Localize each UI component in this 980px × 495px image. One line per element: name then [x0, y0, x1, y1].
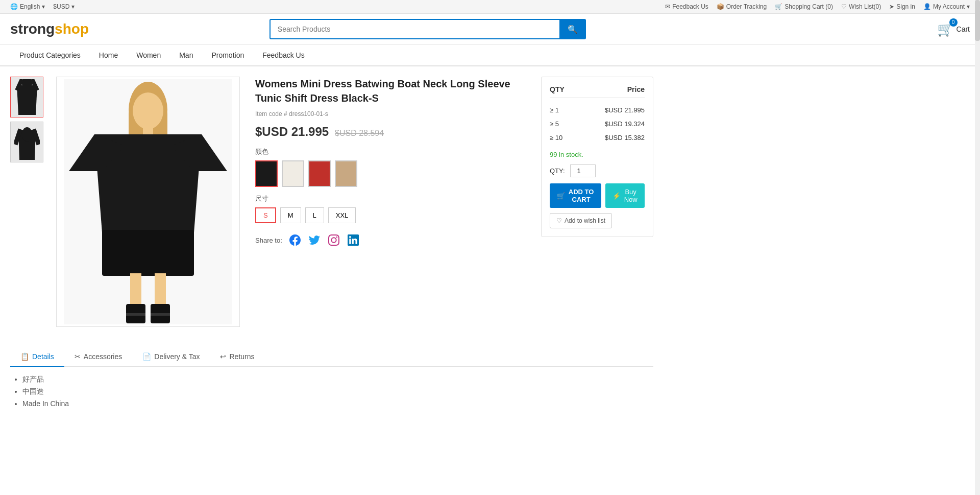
detail-item-3: Made In China	[22, 399, 653, 408]
svg-point-12	[133, 92, 163, 129]
currency-selector[interactable]: $USD ▾	[53, 3, 75, 10]
cart-area[interactable]: 🛒 0 Cart	[937, 21, 970, 37]
thumbnail-2[interactable]	[10, 122, 43, 162]
swatch-white-fill	[283, 161, 303, 186]
item-code: Item code # dress100-01-s	[255, 110, 526, 117]
signin-icon: ➤	[889, 3, 894, 10]
top-bar-right: ✉ Feedback Us 📦 Order Tracking 🛒 Shoppin…	[665, 3, 970, 10]
language-selector[interactable]: 🌐 English ▾	[10, 3, 45, 10]
wishlist-label-btn: Add to wish list	[565, 217, 605, 224]
tab-returns-label: Returns	[229, 352, 254, 361]
color-options	[255, 160, 526, 187]
tab-accessories[interactable]: ✂ Accessories	[64, 347, 132, 367]
stock-info: 99 in stock.	[550, 151, 645, 158]
search-button[interactable]: 🔍	[559, 19, 586, 39]
cart-text: Cart	[957, 25, 970, 33]
search-input[interactable]	[270, 19, 559, 39]
svg-marker-1	[17, 85, 37, 115]
account-dropdown[interactable]: 👤 My Account ▾	[923, 3, 970, 10]
header: strongshop 🔍 🛒 0 Cart	[0, 14, 980, 45]
nav-item-home[interactable]: Home	[90, 45, 127, 66]
qty-1: ≥ 1	[550, 106, 559, 114]
language-chevron: ▾	[42, 3, 45, 10]
tabs-section: 📋 Details ✂ Accessories 📄 Delivery & Tax…	[0, 337, 664, 421]
share-row: Share to:	[255, 233, 526, 247]
tab-details[interactable]: 📋 Details	[10, 347, 64, 367]
top-bar-left: 🌐 English ▾ $USD ▾	[10, 3, 75, 10]
thumbnail-1[interactable]	[10, 77, 43, 117]
svg-rect-23	[126, 313, 145, 316]
currency-chevron: ▾	[71, 3, 75, 10]
feedback-link[interactable]: ✉ Feedback Us	[665, 3, 708, 10]
original-price: $USD 28.594	[335, 129, 384, 138]
shopping-cart-link[interactable]: 🛒 Shopping Cart (0)	[775, 3, 833, 10]
size-btn-s[interactable]: S	[255, 207, 276, 223]
price-row-3: ≥ 10 $USD 15.382	[550, 131, 645, 145]
tab-details-label: Details	[32, 352, 54, 361]
add-to-cart-label: ADD TO CART	[568, 188, 594, 203]
svg-rect-13	[143, 124, 153, 134]
tab-returns[interactable]: ↩ Returns	[210, 347, 264, 367]
qty-2: ≥ 5	[550, 120, 559, 128]
price-1: $USD 21.995	[605, 106, 645, 114]
facebook-icon[interactable]	[288, 233, 302, 247]
color-swatch-white[interactable]	[282, 160, 304, 187]
cart-badge: 0	[949, 18, 958, 27]
shopping-cart-label: Shopping Cart (0)	[785, 3, 833, 10]
svg-rect-24	[151, 313, 170, 316]
details-icon: 📋	[20, 352, 29, 361]
color-swatch-beige[interactable]	[335, 160, 357, 187]
detail-item-1: 好产品	[22, 375, 653, 384]
lightning-icon: ⚡	[612, 192, 621, 200]
wishlist-link[interactable]: ♡ Wish List(0)	[841, 3, 881, 10]
scrollbar-thumb[interactable]	[975, 0, 980, 41]
top-bar: 🌐 English ▾ $USD ▾ ✉ Feedback Us 📦 Order…	[0, 0, 980, 14]
price-row: $USD 21.995 $USD 28.594	[255, 125, 526, 139]
color-swatch-black[interactable]	[255, 160, 278, 187]
returns-icon: ↩	[220, 352, 226, 361]
qty-row: QTY:	[550, 164, 645, 177]
twitter-icon[interactable]	[308, 233, 321, 247]
thumb-img-1	[11, 77, 43, 117]
current-price: $USD 21.995	[255, 125, 329, 139]
size-options: S M L XXL	[255, 207, 526, 223]
add-to-cart-button[interactable]: 🛒 ADD TO CART	[550, 183, 601, 208]
main-image	[56, 77, 240, 327]
nav-item-feedback[interactable]: Feedback Us	[253, 45, 313, 66]
product-image-svg	[64, 79, 232, 324]
add-to-wishlist-button[interactable]: ♡ Add to wish list	[550, 213, 612, 228]
svg-rect-18	[102, 230, 194, 276]
size-btn-m[interactable]: M	[280, 207, 301, 223]
buy-now-button[interactable]: ⚡ Buy Now	[605, 183, 645, 208]
size-btn-xxl[interactable]: XXL	[328, 207, 356, 223]
user-icon: 👤	[923, 3, 931, 10]
tab-delivery[interactable]: 📄 Delivery & Tax	[132, 347, 210, 367]
scrollbar[interactable]	[975, 0, 980, 421]
nav-item-man[interactable]: Man	[170, 45, 202, 66]
price-2: $USD 19.324	[605, 120, 645, 128]
logo[interactable]: strongshop	[10, 21, 89, 37]
language-label: English	[20, 3, 40, 10]
tab-accessories-label: Accessories	[84, 352, 122, 361]
accessories-icon: ✂	[75, 352, 81, 361]
size-btn-l[interactable]: L	[305, 207, 324, 223]
nav-item-product-categories[interactable]: Product Categories	[10, 45, 90, 66]
linkedin-icon[interactable]	[347, 233, 360, 247]
signin-label: Sign in	[896, 3, 915, 10]
feedback-icon: ✉	[665, 3, 670, 10]
color-swatch-red[interactable]	[308, 160, 331, 187]
order-tracking-link[interactable]: 📦 Order Tracking	[717, 3, 767, 10]
share-label: Share to:	[255, 237, 282, 244]
tab-delivery-label: Delivery & Tax	[154, 352, 200, 361]
price-table: QTY Price ≥ 1 $USD 21.995 ≥ 5 $USD 19.32…	[541, 77, 653, 237]
qty-input[interactable]	[570, 164, 596, 177]
wishlist-label: Wish List(0)	[849, 3, 881, 10]
svg-point-5	[22, 127, 32, 142]
account-chevron: ▾	[967, 3, 970, 10]
price-table-header: QTY Price	[550, 85, 645, 98]
nav-item-promotion[interactable]: Promotion	[202, 45, 253, 66]
nav-item-women[interactable]: Women	[127, 45, 170, 66]
size-label: 尺寸	[255, 194, 526, 203]
instagram-icon[interactable]	[327, 233, 340, 247]
signin-link[interactable]: ➤ Sign in	[889, 3, 915, 10]
